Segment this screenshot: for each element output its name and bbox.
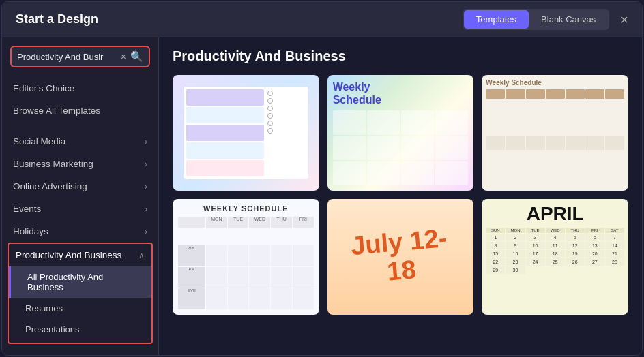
- template-grid: WeeklySchedule: [173, 75, 628, 315]
- close-button[interactable]: ×: [620, 13, 628, 27]
- modal-title: Start a Design: [16, 12, 463, 27]
- template-card-5[interactable]: July 12-18: [327, 199, 474, 315]
- search-clear-button[interactable]: ×: [121, 51, 126, 62]
- sidebar-item-editors-choice[interactable]: Editor's Choice: [2, 77, 158, 99]
- sidebar-item-productivity[interactable]: Productivity And Business ∧: [9, 244, 151, 266]
- productivity-sub-items: All Productivity And Business Resumes Pr…: [9, 266, 151, 343]
- modal-header: Start a Design Templates Blank Canvas ×: [2, 2, 642, 37]
- search-icon[interactable]: 🔍: [130, 50, 143, 63]
- card-3-inner: Weekly Schedule: [482, 75, 628, 191]
- sidebar: × 🔍 Editor's Choice Browse All Templates…: [2, 37, 159, 355]
- sidebar-item-business-marketing[interactable]: Business Marketing ›: [2, 153, 158, 175]
- chevron-icon: ›: [145, 137, 147, 146]
- template-card-4[interactable]: WEEKLY SCHEDULE MON TUE WED THU FRI AM: [173, 199, 319, 315]
- chevron-icon: ›: [145, 182, 147, 191]
- sidebar-item-all-productivity[interactable]: All Productivity And Business: [9, 266, 151, 298]
- sidebar-item-presentations[interactable]: Presentations: [9, 319, 151, 340]
- sidebar-item-social-media[interactable]: Social Media ›: [2, 130, 158, 153]
- card-4-inner: WEEKLY SCHEDULE MON TUE WED THU FRI AM: [173, 199, 319, 315]
- search-box: × 🔍: [10, 46, 150, 67]
- chevron-icon: ›: [145, 227, 147, 236]
- main-content: Productivity And Business: [159, 37, 642, 355]
- card-1-inner: [184, 87, 308, 179]
- template-card-2[interactable]: WeeklySchedule: [327, 75, 474, 191]
- sidebar-item-holidays[interactable]: Holidays ›: [2, 220, 158, 243]
- sidebar-item-collages[interactable]: Collages ›: [2, 347, 158, 355]
- tab-group: Templates Blank Canvas: [463, 9, 609, 30]
- sidebar-section-productivity: Productivity And Business ∧ All Producti…: [8, 243, 153, 344]
- modal-body: × 🔍 Editor's Choice Browse All Templates…: [2, 37, 642, 355]
- chevron-icon: ›: [145, 204, 147, 214]
- tab-templates[interactable]: Templates: [464, 10, 529, 29]
- chevron-up-icon: ∧: [138, 251, 145, 260]
- template-card-1[interactable]: [173, 75, 319, 191]
- sidebar-item-browse-all[interactable]: Browse All Templates: [2, 99, 158, 122]
- sidebar-item-resumes[interactable]: Resumes: [9, 298, 151, 319]
- sidebar-item-events[interactable]: Events ›: [2, 198, 158, 220]
- chevron-icon: ›: [145, 353, 148, 355]
- section-title: Productivity And Business: [173, 48, 628, 64]
- template-card-3[interactable]: Weekly Schedule: [482, 75, 628, 191]
- tab-blank-canvas[interactable]: Blank Canvas: [529, 10, 608, 29]
- template-card-6[interactable]: APRIL SUN MON TUE WED THU FRI SAT 1 2 3: [482, 199, 628, 315]
- sidebar-item-online-advertising[interactable]: Online Advertising ›: [2, 175, 158, 198]
- card-2-inner: WeeklySchedule: [327, 75, 474, 191]
- search-input[interactable]: [17, 52, 117, 62]
- modal: Start a Design Templates Blank Canvas × …: [1, 1, 643, 356]
- card-6-inner: APRIL SUN MON TUE WED THU FRI SAT 1 2 3: [482, 199, 628, 315]
- chevron-icon: ›: [145, 159, 147, 169]
